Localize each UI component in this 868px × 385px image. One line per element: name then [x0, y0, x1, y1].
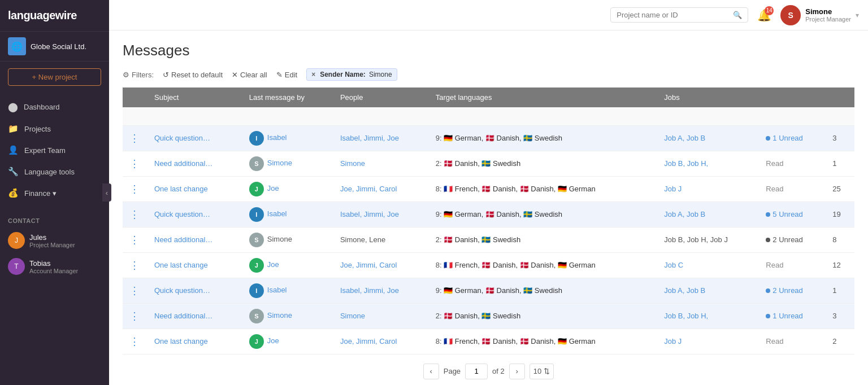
row-menu-cell[interactable]: ⋮ [123, 329, 147, 354]
menu-dots-icon[interactable]: ⋮ [129, 260, 141, 271]
subject-cell[interactable]: One last change [147, 329, 242, 354]
jobs-link[interactable]: Job B, Job H, [664, 312, 708, 320]
jobs-cell[interactable]: Job A, Job B [657, 125, 759, 151]
sidebar-collapse-button[interactable]: ‹ [102, 183, 111, 202]
jobs-cell[interactable]: Job B, Job H, [657, 303, 759, 329]
subject-link[interactable]: Quick question… [154, 134, 210, 142]
search-input[interactable] [617, 11, 730, 19]
sender-name[interactable]: Simone [267, 235, 292, 243]
sender-name[interactable]: Joe [267, 184, 279, 193]
company-selector[interactable]: 🌐 Globe Social Ltd. [0, 31, 109, 62]
subject-link[interactable]: Need additional… [154, 235, 212, 244]
jobs-link[interactable]: Job A, Job B [664, 134, 705, 142]
jobs-link[interactable]: Job J [664, 337, 682, 345]
contact-tobias[interactable]: T Tobias Account Manager [0, 253, 109, 279]
row-menu-cell[interactable]: ⋮ [123, 176, 147, 202]
next-page-button[interactable]: › [509, 364, 525, 379]
row-menu-cell[interactable]: ⋮ [123, 278, 147, 303]
per-page-selector[interactable]: 10 ⇅ [530, 364, 554, 379]
subject-cell[interactable]: One last change [147, 176, 242, 202]
menu-dots-icon[interactable]: ⋮ [129, 285, 141, 296]
subject-cell[interactable]: One last change [147, 252, 242, 278]
row-menu-cell[interactable]: ⋮ [123, 151, 147, 176]
sidebar-item-finance[interactable]: 💰 Finance ▾ [0, 182, 109, 204]
subject-link[interactable]: One last change [154, 337, 208, 345]
user-menu[interactable]: S Simone Project Manager ▾ [780, 5, 859, 25]
notification-button[interactable]: 🔔 14 [757, 8, 771, 22]
menu-dots-icon[interactable]: ⋮ [129, 183, 141, 195]
people-list[interactable]: Isabel, Jimmi, Joe [340, 134, 399, 142]
people-cell[interactable]: Isabel, Jimmi, Joe [333, 202, 429, 227]
subject-cell[interactable]: Quick question… [147, 278, 242, 303]
subject-link[interactable]: Quick question… [154, 286, 210, 295]
edit-button[interactable]: ✎ Edit [276, 71, 297, 79]
menu-dots-icon[interactable]: ⋮ [129, 133, 141, 144]
people-list[interactable]: Simone [340, 312, 365, 320]
jobs-link[interactable]: Job A, Job B [664, 210, 705, 218]
jobs-cell[interactable]: Job A, Job B [657, 278, 759, 303]
jobs-cell[interactable]: Job C [657, 252, 759, 278]
row-menu-cell[interactable]: ⋮ [123, 227, 147, 252]
jobs-cell[interactable]: Job J [657, 329, 759, 354]
sidebar-item-dashboard[interactable]: ⬤ Dashboard [0, 96, 109, 118]
menu-dots-icon[interactable]: ⋮ [129, 158, 141, 169]
subject-cell[interactable]: Quick question… [147, 125, 242, 151]
subject-link[interactable]: Need additional… [154, 312, 212, 320]
people-cell[interactable]: Isabel, Jimmi, Joe [333, 125, 429, 151]
jobs-cell[interactable]: Job A, Job B [657, 202, 759, 227]
menu-dots-icon[interactable]: ⋮ [129, 234, 141, 246]
row-menu-cell[interactable]: ⋮ [123, 252, 147, 278]
subject-link[interactable]: Need additional… [154, 159, 212, 168]
sender-name[interactable]: Joe [267, 260, 279, 269]
people-cell[interactable]: Joe, Jimmi, Carol [333, 252, 429, 278]
subject-cell[interactable]: Need additional… [147, 227, 242, 252]
people-cell[interactable]: Simone [333, 303, 429, 329]
people-list[interactable]: Isabel, Jimmi, Joe [340, 210, 399, 218]
jobs-cell[interactable]: Job J [657, 176, 759, 202]
people-list[interactable]: Joe, Jimmi, Carol [340, 337, 397, 345]
subject-link[interactable]: One last change [154, 261, 208, 269]
sender-name[interactable]: Simone [267, 311, 292, 320]
sender-name[interactable]: Isabel [267, 209, 287, 218]
menu-dots-icon[interactable]: ⋮ [129, 336, 141, 347]
subject-cell[interactable]: Need additional… [147, 303, 242, 329]
jobs-cell[interactable]: Job B, Job H, [657, 151, 759, 176]
sender-name[interactable]: Joe [267, 336, 279, 345]
contact-jules[interactable]: J Jules Project Manager [0, 228, 109, 253]
sidebar-item-expert-team[interactable]: 👤 Expert Team [0, 139, 109, 161]
sender-name[interactable]: Isabel [267, 133, 287, 142]
jobs-link[interactable]: Job B, Job H, [664, 159, 708, 168]
new-project-button[interactable]: + New project [8, 68, 101, 86]
people-cell[interactable]: Simone [333, 151, 429, 176]
sidebar-item-language-tools[interactable]: 🔧 Language tools [0, 161, 109, 182]
subject-link[interactable]: Quick question… [154, 210, 210, 218]
page-number-input[interactable] [465, 364, 488, 379]
people-list[interactable]: Joe, Jimmi, Carol [340, 261, 397, 269]
subject-link[interactable]: One last change [154, 185, 208, 193]
people-cell[interactable]: Isabel, Jimmi, Joe [333, 278, 429, 303]
subject-cell[interactable]: Need additional… [147, 151, 242, 176]
menu-dots-icon[interactable]: ⋮ [129, 209, 141, 220]
search-box[interactable]: 🔍 [610, 7, 748, 23]
sender-name[interactable]: Simone [267, 159, 292, 167]
sender-name[interactable]: Isabel [267, 286, 287, 294]
reset-to-default-button[interactable]: ↺ Reset to default [163, 71, 223, 79]
sidebar-item-projects[interactable]: 📁 Projects [0, 118, 109, 139]
row-menu-cell[interactable]: ⋮ [123, 303, 147, 329]
people-list[interactable]: Joe, Jimmi, Carol [340, 185, 397, 193]
prev-page-button[interactable]: ‹ [423, 364, 439, 379]
clear-all-button[interactable]: ✕ Clear all [232, 71, 267, 79]
jobs-link[interactable]: Job C [664, 261, 683, 269]
jobs-cell[interactable]: Job B, Job H, Job J [657, 227, 759, 252]
people-cell[interactable]: Joe, Jimmi, Carol [333, 329, 429, 354]
people-cell[interactable]: Simone, Lene [333, 227, 429, 252]
row-menu-cell[interactable]: ⋮ [123, 125, 147, 151]
people-list[interactable]: Simone [340, 159, 365, 168]
jobs-link[interactable]: Job A, Job B [664, 286, 705, 295]
people-list[interactable]: Isabel, Jimmi, Joe [340, 286, 399, 295]
menu-dots-icon[interactable]: ⋮ [129, 310, 141, 322]
filter-remove-button[interactable]: × [311, 71, 315, 78]
row-menu-cell[interactable]: ⋮ [123, 202, 147, 227]
subject-cell[interactable]: Quick question… [147, 202, 242, 227]
jobs-link[interactable]: Job J [664, 185, 682, 193]
